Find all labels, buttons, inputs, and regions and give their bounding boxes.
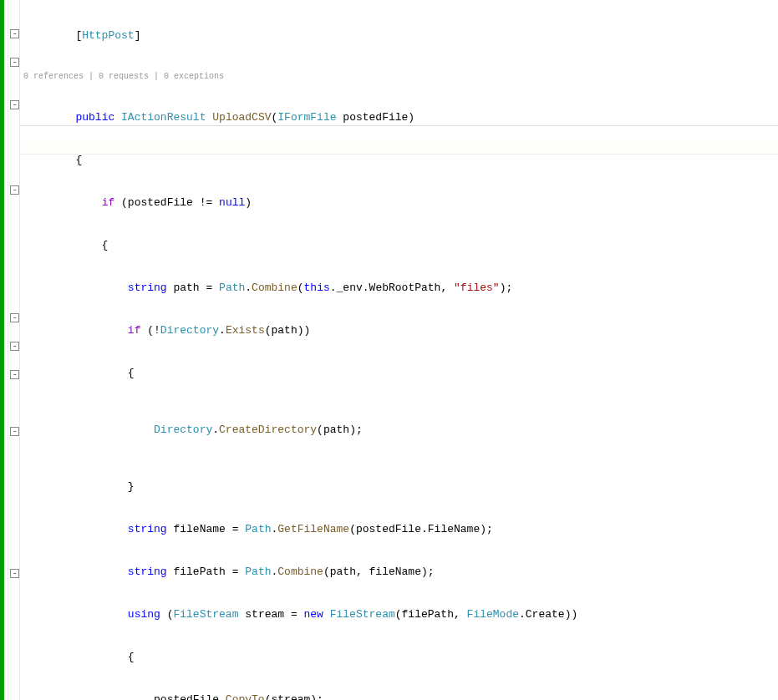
fold-toggle[interactable]	[10, 342, 19, 351]
fold-toggle[interactable]	[10, 100, 19, 109]
fold-gutter	[8, 0, 20, 700]
code-line[interactable]: using (FileStream stream = new FileStrea…	[23, 607, 778, 621]
code-line[interactable]: string path = Path.Combine(this._env.Web…	[23, 281, 778, 295]
codelens[interactable]: 0 references | 0 requests | 0 exceptions	[23, 71, 778, 82]
code-line[interactable]: }	[23, 479, 778, 494]
fold-toggle[interactable]	[10, 370, 19, 379]
code-line[interactable]: string filePath = Path.Combine(path, fil…	[23, 565, 778, 579]
fold-toggle[interactable]	[10, 58, 19, 67]
code-line[interactable]: Directory.CreateDirectory(path);	[23, 423, 778, 437]
code-line[interactable]: {	[23, 238, 778, 252]
line-highlight-current	[20, 139, 778, 155]
code-line[interactable]: {	[23, 153, 778, 167]
code-editor[interactable]: [HttpPost] 0 references | 0 requests | 0…	[0, 0, 778, 700]
fold-toggle[interactable]	[10, 29, 19, 38]
code-line[interactable]: {	[23, 366, 778, 380]
code-line[interactable]: if (!Directory.Exists(path))	[23, 323, 778, 337]
code-line[interactable]: postedFile.CopyTo(stream);	[23, 692, 778, 700]
code-line[interactable]: [HttpPost]	[23, 28, 778, 43]
fold-toggle[interactable]	[10, 427, 19, 436]
fold-toggle[interactable]	[10, 313, 19, 322]
fold-toggle[interactable]	[10, 569, 19, 578]
code-line[interactable]: public IActionResult UploadCSV(IFormFile…	[23, 110, 778, 124]
code-line[interactable]: string fileName = Path.GetFileName(poste…	[23, 522, 778, 536]
code-line[interactable]: if (postedFile != null)	[23, 195, 778, 210]
fold-toggle[interactable]	[10, 185, 19, 195]
code-line[interactable]: {	[23, 650, 778, 664]
code-area[interactable]: [HttpPost] 0 references | 0 requests | 0…	[20, 0, 778, 700]
